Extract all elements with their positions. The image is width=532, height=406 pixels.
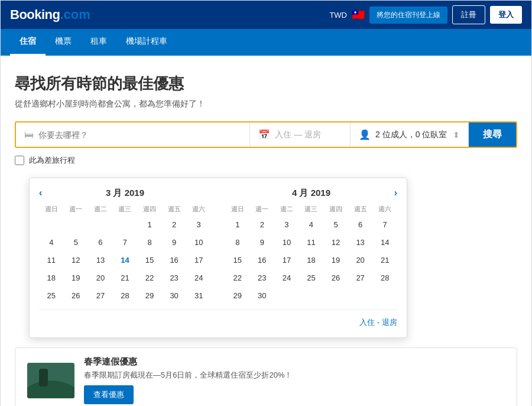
- calendar-day[interactable]: 19: [67, 270, 84, 286]
- calendar-day[interactable]: 8: [229, 234, 246, 251]
- calendar-day[interactable]: 9: [254, 234, 270, 251]
- calendar-day[interactable]: 18: [303, 252, 319, 269]
- dates-field[interactable]: 📅 入住 — 退房: [250, 123, 351, 147]
- march-weekdays: 週日 週一 週二 週三 週四 週五 週六: [39, 205, 211, 214]
- calendar-day[interactable]: 3: [278, 217, 295, 233]
- calendar-day[interactable]: 29: [141, 288, 158, 304]
- dates-value: 入住 — 退房: [275, 130, 321, 140]
- list-property-button[interactable]: 將您的住宿刊登上線: [369, 7, 447, 24]
- destination-input[interactable]: [38, 130, 241, 140]
- calendar-day[interactable]: 11: [43, 252, 60, 269]
- calendar-day[interactable]: 28: [116, 288, 133, 304]
- calendar-day[interactable]: 27: [92, 288, 109, 304]
- calendar-day[interactable]: 14: [116, 252, 133, 269]
- logo: Booking .com: [10, 7, 90, 22]
- calendar-march: ‹ 3 月 2019 週日 週一 週二 週三 週四 週五 週六 12345678…: [39, 188, 211, 305]
- calendar-day[interactable]: 17: [190, 252, 207, 269]
- calendar-day[interactable]: 24: [278, 270, 295, 286]
- calendar-blank: [116, 217, 133, 233]
- view-promo-button[interactable]: 查看優惠: [84, 385, 134, 404]
- calendar-day[interactable]: 8: [141, 234, 158, 251]
- calendar-day[interactable]: 13: [352, 234, 369, 251]
- calendar-day[interactable]: 7: [377, 217, 393, 233]
- calendar-day[interactable]: 4: [43, 234, 60, 251]
- calendar-day[interactable]: 7: [116, 234, 133, 251]
- register-button[interactable]: 註冊: [452, 5, 485, 24]
- calendar-day[interactable]: 17: [278, 252, 295, 269]
- calendar-day[interactable]: 30: [166, 288, 183, 304]
- business-trip-row: 此為差旅行程: [15, 155, 517, 166]
- person-icon: 👤: [359, 129, 371, 140]
- calendar-day[interactable]: 16: [254, 252, 270, 269]
- calendar-day[interactable]: 21: [116, 270, 133, 286]
- calendar-day[interactable]: 4: [303, 217, 319, 233]
- calendar-day[interactable]: 2: [166, 217, 183, 233]
- calendar-day[interactable]: 15: [141, 252, 158, 269]
- search-bar: 🛏 📅 入住 — 退房 👤 2 位成人，0 位臥室 ⬍ 搜尋: [15, 121, 517, 148]
- calendar-footer[interactable]: 入住 - 退房: [39, 310, 397, 328]
- guests-field[interactable]: 👤 2 位成人，0 位臥室 ⬍: [351, 123, 469, 147]
- calendar-day[interactable]: 15: [229, 252, 246, 269]
- calendar-day[interactable]: 3: [190, 217, 207, 233]
- calendar-day[interactable]: 16: [166, 252, 183, 269]
- search-button[interactable]: 搜尋: [469, 123, 516, 147]
- currency-display: TWD: [329, 11, 347, 20]
- calendar-blank: [92, 217, 109, 233]
- calendar-day[interactable]: 13: [92, 252, 109, 269]
- calendar-day[interactable]: 1: [229, 217, 246, 233]
- calendar-blank: [43, 217, 60, 233]
- calendar-day[interactable]: 24: [190, 270, 207, 286]
- calendar-day[interactable]: 21: [377, 252, 393, 269]
- calendar-day[interactable]: 28: [377, 270, 393, 286]
- promo-desc: 春季限期訂房截現在—5月6日前，全球精選住宿至少折20%！: [84, 370, 505, 381]
- calendar-overlay: ‹ 3 月 2019 週日 週一 週二 週三 週四 週五 週六 12345678…: [29, 178, 407, 338]
- business-trip-label[interactable]: 此為差旅行程: [29, 155, 75, 166]
- calendar-day[interactable]: 6: [92, 234, 109, 251]
- nav-item-flights[interactable]: 機票: [46, 29, 81, 56]
- calendar-day[interactable]: 5: [67, 234, 84, 251]
- calendar-day[interactable]: 30: [254, 288, 270, 304]
- promo-title: 春季連假優惠: [84, 356, 505, 368]
- calendar-day[interactable]: 27: [352, 270, 369, 286]
- calendar-day[interactable]: 20: [92, 270, 109, 286]
- calendar-day[interactable]: 12: [67, 252, 84, 269]
- login-button[interactable]: 登入: [490, 6, 522, 24]
- calendar-day[interactable]: 12: [327, 234, 344, 251]
- calendar-day[interactable]: 10: [278, 234, 295, 251]
- header: Booking .com TWD 🇹🇼 將您的住宿刊登上線 註冊 登入: [1, 1, 531, 29]
- prev-month-button[interactable]: ‹: [39, 188, 42, 198]
- calendar-day[interactable]: 11: [303, 234, 319, 251]
- next-month-button[interactable]: ›: [394, 188, 397, 198]
- calendar-day[interactable]: 20: [352, 252, 369, 269]
- business-trip-checkbox[interactable]: [15, 156, 24, 165]
- calendar-day[interactable]: 10: [190, 234, 207, 251]
- calendar-day[interactable]: 22: [141, 270, 158, 286]
- calendar-day[interactable]: 5: [327, 217, 344, 233]
- march-days: 1234567891011121314151617181920212223242…: [39, 216, 211, 305]
- nav-item-hotel[interactable]: 住宿: [10, 29, 46, 56]
- calendar-day[interactable]: 29: [229, 288, 246, 304]
- flag-icon: 🇹🇼: [352, 8, 365, 21]
- calendar-day[interactable]: 6: [352, 217, 369, 233]
- calendar-day[interactable]: 25: [43, 288, 60, 304]
- calendar-day[interactable]: 18: [43, 270, 60, 286]
- guests-value: 2 位成人，0 位臥室: [375, 130, 447, 140]
- nav-item-car[interactable]: 租車: [81, 29, 116, 56]
- calendar-day[interactable]: 2: [254, 217, 270, 233]
- calendar-day[interactable]: 19: [327, 252, 344, 269]
- nav-item-taxi[interactable]: 機場計程車: [116, 29, 177, 56]
- calendar-day[interactable]: 1: [141, 217, 158, 233]
- calendar-day[interactable]: 14: [377, 234, 393, 251]
- calendar-day[interactable]: 9: [166, 234, 183, 251]
- march-header: ‹ 3 月 2019: [39, 188, 211, 199]
- calendar-day[interactable]: 25: [303, 270, 319, 286]
- destination-field[interactable]: 🛏: [16, 123, 250, 147]
- calendar-day[interactable]: 26: [327, 270, 344, 286]
- calendar-day[interactable]: 23: [254, 270, 270, 286]
- bed-icon: 🛏: [24, 130, 34, 140]
- calendar-day[interactable]: 23: [166, 270, 183, 286]
- calendar-day[interactable]: 26: [67, 288, 84, 304]
- promo-content: 春季連假優惠 春季限期訂房截現在—5月6日前，全球精選住宿至少折20%！ 查看優…: [84, 356, 505, 404]
- calendar-day[interactable]: 22: [229, 270, 246, 286]
- calendar-day[interactable]: 31: [190, 288, 207, 304]
